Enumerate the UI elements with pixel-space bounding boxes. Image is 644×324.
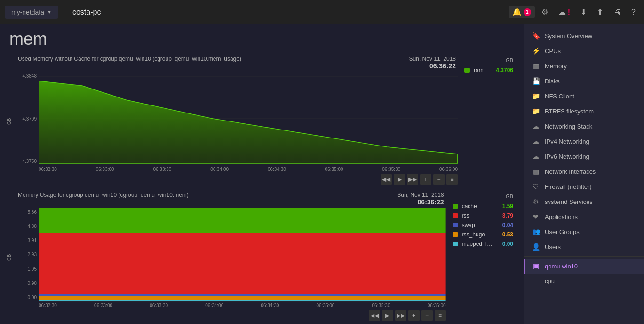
legend-dot-ram bbox=[464, 68, 470, 73]
bell-icon: 🔔 bbox=[512, 8, 522, 16]
sidebar-label-users: Users bbox=[545, 243, 561, 251]
legend-value-ram: 4.3706 bbox=[496, 67, 513, 73]
chart1-svg bbox=[39, 72, 458, 166]
play-button2[interactable]: ▶ bbox=[382, 310, 393, 321]
chart2-svg bbox=[39, 208, 446, 302]
forward-button[interactable]: ▶▶ bbox=[407, 174, 418, 185]
zoom-out-button[interactable]: − bbox=[433, 174, 445, 185]
alert-badge: 1 bbox=[524, 8, 531, 16]
zoom-in-button2[interactable]: + bbox=[408, 310, 420, 321]
chart2-container: GB Memory Usage for cgroup qemu_win10 (c… bbox=[7, 192, 517, 323]
rewind-button2[interactable]: ◀◀ bbox=[369, 310, 380, 321]
legend-value-cache: 1.59 bbox=[496, 203, 513, 210]
chart2-legend: GB cache 1.59 rss 3.79 swap 0.04 bbox=[449, 192, 517, 323]
sidebar-item-ipv4[interactable]: ☁ IPv4 Networking bbox=[524, 134, 644, 149]
cloud-alert-button[interactable]: ☁ ! bbox=[555, 5, 574, 19]
legend-name-mapped: mapped_f… bbox=[462, 241, 493, 247]
disk-icon: 💾 bbox=[532, 77, 540, 85]
chart1-controls: ◀◀ ▶ ▶▶ + − ≡ bbox=[16, 172, 458, 187]
layout: mem GB Used Memory without Cache for cgr… bbox=[0, 24, 644, 324]
chart-mem-full: GB Memory Usage for cgroup qemu_win10 (c… bbox=[7, 192, 517, 323]
sidebar-item-system-overview[interactable]: 🔖 System Overview bbox=[524, 28, 644, 43]
y-tick: 0.00 bbox=[16, 295, 37, 300]
users-icon: 👥 bbox=[532, 228, 540, 235]
network-icon: ▤ bbox=[532, 168, 540, 175]
sidebar-item-nfs[interactable]: 📁 NFS Client bbox=[524, 89, 644, 104]
brand-button[interactable]: my-netdata ▼ bbox=[5, 6, 58, 19]
print-button[interactable]: 🖨 bbox=[610, 5, 625, 19]
help-button[interactable]: ? bbox=[628, 5, 639, 19]
legend-dot-rss bbox=[453, 213, 458, 218]
legend-name-rss: rss bbox=[462, 212, 493, 219]
chart2-header: Memory Usage for cgroup qemu_win10 (cgro… bbox=[16, 192, 446, 206]
rewind-button[interactable]: ◀◀ bbox=[381, 174, 392, 185]
zoom-out-button2[interactable]: − bbox=[421, 310, 433, 321]
btrfs-icon: 📁 bbox=[532, 107, 540, 115]
chart1-area: Used Memory without Cache for cgroup qem… bbox=[16, 56, 458, 187]
chart1-xaxis: 06:32:30 06:33:00 06:33:30 06:34:00 06:3… bbox=[16, 166, 458, 172]
y-tick: 4.3848 bbox=[16, 73, 37, 79]
options-button2[interactable]: ≡ bbox=[435, 310, 446, 321]
chevron-down-icon: ▼ bbox=[47, 9, 52, 15]
sidebar-item-networking-stack[interactable]: ☁ Networking Stack bbox=[524, 119, 644, 134]
chart-mem-usage: GB Used Memory without Cache for cgroup … bbox=[7, 56, 517, 187]
sidebar-item-firewall[interactable]: 🛡 Firewall (netfilter) bbox=[524, 179, 644, 194]
chart2-y-label: GB bbox=[7, 192, 13, 323]
sidebar-item-user-groups[interactable]: 👥 User Groups bbox=[524, 224, 644, 239]
chart1-legend-ram: ram 4.3706 bbox=[464, 67, 513, 73]
alerts-button[interactable]: 🔔 1 bbox=[509, 6, 535, 18]
download-button[interactable]: ⬇ bbox=[577, 5, 590, 19]
gear-icon: ⚙ bbox=[541, 8, 548, 16]
bar-rss bbox=[39, 233, 446, 294]
chart1-unit: GB bbox=[464, 57, 513, 63]
chart1-container: GB Used Memory without Cache for cgroup … bbox=[7, 56, 517, 187]
legend-value-rss-huge: 0.53 bbox=[496, 231, 513, 238]
options-button[interactable]: ≡ bbox=[446, 174, 458, 185]
legend-dot-swap bbox=[453, 223, 458, 227]
apps-icon: ❤ bbox=[532, 213, 540, 220]
sidebar-item-users[interactable]: 👤 Users bbox=[524, 239, 644, 254]
sidebar-item-cpu[interactable]: cpu bbox=[524, 274, 644, 288]
sidebar-item-applications[interactable]: ❤ Applications bbox=[524, 209, 644, 224]
y-tick: 5.86 bbox=[16, 210, 37, 215]
forward-button2[interactable]: ▶▶ bbox=[395, 310, 406, 321]
sidebar-item-btrfs[interactable]: 📁 BTRFS filesystem bbox=[524, 104, 644, 119]
main-content: mem GB Used Memory without Cache for cgr… bbox=[0, 24, 524, 324]
play-button[interactable]: ▶ bbox=[394, 174, 405, 185]
legend-value-mapped: 0.00 bbox=[496, 241, 513, 247]
sidebar-label-nfs: NFS Client bbox=[545, 93, 574, 100]
upload-icon: ⬆ bbox=[597, 8, 603, 16]
legend-name-ram: ram bbox=[474, 67, 492, 73]
sidebar-item-cpus[interactable]: ⚡ CPUs bbox=[524, 43, 644, 58]
qemu-icon: ▣ bbox=[532, 262, 540, 270]
sidebar-item-qemu-win10[interactable]: ▣ qemu win10 bbox=[524, 259, 644, 274]
y-tick: 4.3799 bbox=[16, 116, 37, 122]
chart1-legend: GB ram 4.3706 bbox=[461, 56, 517, 187]
upload-button[interactable]: ⬆ bbox=[593, 5, 607, 19]
y-tick: 1.95 bbox=[16, 267, 37, 272]
legend-name-swap: swap bbox=[462, 222, 493, 228]
sidebar-item-memory[interactable]: ▦ Memory bbox=[524, 58, 644, 73]
systemd-icon: ⚙ bbox=[532, 198, 540, 205]
sidebar-label-firewall: Firewall (netfilter) bbox=[545, 183, 592, 190]
cloud-ipv6-icon: ☁ bbox=[532, 153, 540, 160]
user-icon: 👤 bbox=[532, 243, 540, 251]
chart1-y-label: GB bbox=[7, 56, 13, 187]
sidebar-item-network-interfaces[interactable]: ▤ Network Interfaces bbox=[524, 164, 644, 179]
sidebar-label-disks: Disks bbox=[545, 78, 560, 85]
sidebar-item-systemd[interactable]: ⚙ systemd Services bbox=[524, 194, 644, 209]
bar-mapped bbox=[39, 300, 446, 301]
legend-value-rss: 3.79 bbox=[496, 212, 513, 219]
y-tick: 0.98 bbox=[16, 281, 37, 286]
y-tick: 3.91 bbox=[16, 238, 37, 243]
sidebar-item-ipv6[interactable]: ☁ IPv6 Networking bbox=[524, 149, 644, 164]
settings-button[interactable]: ⚙ bbox=[538, 5, 552, 19]
cloud-icon: ☁ bbox=[532, 122, 540, 130]
bookmark-icon: 🔖 bbox=[532, 32, 540, 40]
sidebar-label-ipv6: IPv6 Networking bbox=[545, 153, 589, 160]
chart2-xaxis: 06:32:30 06:33:00 06:33:30 06:34:00 06:3… bbox=[16, 302, 446, 308]
sidebar-item-disks[interactable]: 💾 Disks bbox=[524, 73, 644, 89]
chart1-header: Used Memory without Cache for cgroup qem… bbox=[16, 56, 458, 70]
zoom-in-button[interactable]: + bbox=[420, 174, 431, 185]
sidebar-label-btrfs: BTRFS filesystem bbox=[545, 108, 594, 115]
